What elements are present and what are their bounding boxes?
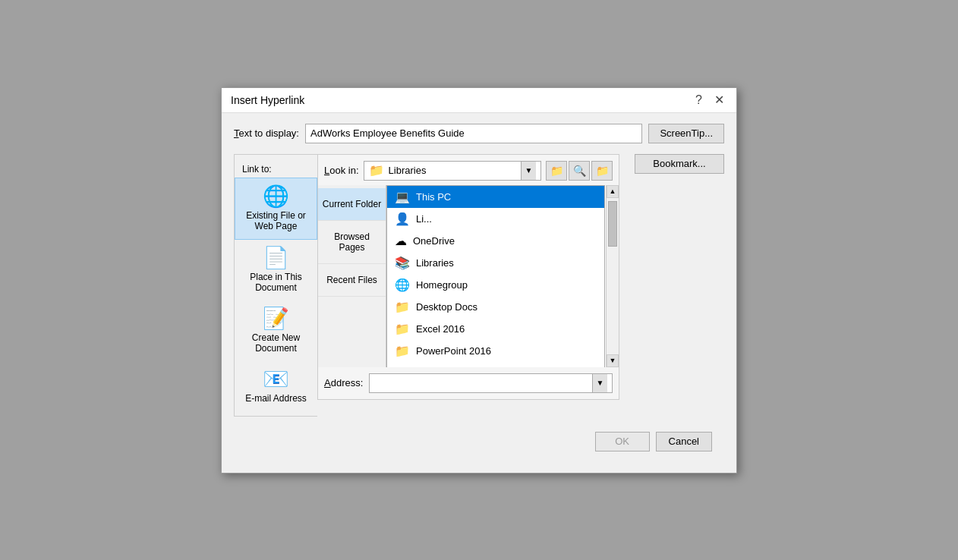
title-bar-controls: ? ✕	[692, 94, 727, 106]
look-in-folder-icon: 📁	[369, 163, 384, 178]
homegroup-icon: 🌐	[395, 278, 410, 292]
word-2016-icon: 📁	[395, 366, 410, 367]
powerpoint-2016-label: PowerPoint 2016	[416, 345, 491, 357]
sidebar-recent-files[interactable]: Recent Files	[318, 264, 386, 297]
ok-button[interactable]: OK	[595, 432, 650, 451]
nav-item-create-new[interactable]: 📝 Create New Document	[235, 300, 317, 361]
main-section: Link to: 🌐 Existing File or Web Page 📄 P…	[234, 154, 724, 417]
nav-item-existing-file[interactable]: 🌐 Existing File or Web Page	[235, 178, 317, 240]
powerpoint-2016-icon: 📁	[395, 344, 410, 358]
right-action-buttons: Bookmark...	[626, 154, 724, 400]
this-pc-label: This PC	[416, 191, 451, 203]
scroll-track	[607, 198, 619, 354]
close-button[interactable]: ✕	[711, 94, 727, 106]
dropdown-item-libraries[interactable]: 📚 Libraries	[387, 252, 604, 274]
file-list-area: 💻 This PC 👤 Li... ☁ On	[386, 185, 619, 367]
homegroup-label: Homegroup	[416, 279, 468, 291]
address-dropdown-btn[interactable]: ▼	[592, 374, 607, 392]
dropdown-item-excel-2016[interactable]: 📁 Excel 2016	[387, 318, 604, 340]
right-content: Look in: 📁 Libraries ▼ 📁 🔍 📁	[317, 154, 724, 417]
desktop-docs-icon: 📁	[395, 300, 410, 314]
this-pc-icon: 💻	[395, 190, 410, 204]
browsed-pages-label: Browsed Pages	[334, 231, 370, 253]
nav-item-email-address-label: E-mail Address	[245, 393, 307, 404]
dropdown-list: 💻 This PC 👤 Li... ☁ On	[386, 185, 605, 367]
sidebar-nav: Current Folder Browsed Pages Recent File…	[318, 185, 386, 367]
recent-files-label: Recent Files	[326, 275, 377, 285]
address-combo[interactable]: ▼	[369, 373, 613, 393]
address-label: Address:	[324, 377, 363, 389]
look-in-value: Libraries	[389, 165, 516, 176]
file-panel: Look in: 📁 Libraries ▼ 📁 🔍 📁	[317, 154, 619, 400]
dropdown-item-desktop-docs[interactable]: 📁 Desktop Docs	[387, 296, 604, 318]
nav-item-email-address[interactable]: 📧 E-mail Address	[235, 361, 317, 411]
toolbar-newfolder-btn[interactable]: 📁	[591, 161, 613, 181]
current-folder-label: Current Folder	[323, 199, 381, 209]
dropdown-item-homegroup[interactable]: 🌐 Homegroup	[387, 274, 604, 296]
dialog-body: Text to display: ScreenTip... Link to: 🌐…	[222, 113, 736, 473]
onedrive-label: OneDrive	[413, 235, 455, 247]
libraries-label: Libraries	[416, 257, 454, 269]
onedrive-icon: ☁	[395, 234, 407, 248]
nav-item-place-in-doc[interactable]: 📄 Place in This Document	[235, 240, 317, 300]
dropdown-item-this-pc[interactable]: 💻 This PC	[387, 186, 604, 208]
libraries-user-label: Li...	[416, 213, 432, 225]
toolbar-icons: 📁 🔍 📁	[546, 161, 613, 181]
dropdown-item-word-2016[interactable]: 📁 Word 2016	[387, 362, 604, 367]
look-in-label: Look in:	[324, 165, 359, 176]
address-row: Address: ▼	[318, 367, 619, 399]
excel-2016-label: Excel 2016	[416, 323, 465, 335]
scroll-thumb[interactable]	[608, 201, 617, 247]
scroll-up-btn[interactable]: ▲	[607, 185, 619, 198]
vertical-scrollbar[interactable]: ▲ ▼	[606, 185, 619, 367]
cancel-button[interactable]: Cancel	[656, 432, 712, 451]
dropdown-item-powerpoint-2016[interactable]: 📁 PowerPoint 2016	[387, 340, 604, 362]
create-new-icon: 📝	[263, 308, 289, 329]
email-address-icon: 📧	[263, 369, 289, 390]
bottom-buttons: OK Cancel	[234, 424, 724, 462]
desktop-docs-label: Desktop Docs	[416, 301, 477, 313]
place-in-doc-icon: 📄	[263, 247, 289, 269]
text-display-input[interactable]	[305, 124, 642, 143]
title-bar: Insert Hyperlink ? ✕	[222, 88, 736, 113]
link-to-label: Link to:	[235, 159, 317, 178]
text-display-row: Text to display: ScreenTip...	[234, 124, 724, 143]
scroll-down-btn[interactable]: ▼	[607, 354, 619, 367]
panel-and-buttons: Look in: 📁 Libraries ▼ 📁 🔍 📁	[317, 154, 724, 400]
nav-item-existing-file-label: Existing File or Web Page	[240, 210, 312, 231]
nav-item-place-in-doc-label: Place in This Document	[239, 272, 313, 293]
help-button[interactable]: ?	[692, 94, 705, 106]
nav-item-create-new-label: Create New Document	[239, 332, 313, 354]
screentip-button[interactable]: ScreenTip...	[648, 124, 724, 143]
toolbar-back-btn[interactable]: 📁	[546, 161, 567, 181]
look-in-dropdown-btn[interactable]: ▼	[521, 162, 536, 180]
dialog-title: Insert Hyperlink	[231, 94, 304, 106]
dropdown-item-libraries-user[interactable]: 👤 Li...	[387, 208, 604, 230]
sidebar-current-folder[interactable]: Current Folder	[318, 188, 386, 221]
libraries-icon: 📚	[395, 256, 410, 270]
bookmark-button[interactable]: Bookmark...	[635, 154, 724, 174]
excel-2016-icon: 📁	[395, 322, 410, 336]
insert-hyperlink-dialog: Insert Hyperlink ? ✕ Text to display: Sc…	[221, 87, 737, 473]
left-nav: Link to: 🌐 Existing File or Web Page 📄 P…	[234, 154, 317, 417]
dropdown-item-onedrive[interactable]: ☁ OneDrive	[387, 230, 604, 252]
panel-content: Current Folder Browsed Pages Recent File…	[318, 185, 619, 367]
look-in-combo[interactable]: 📁 Libraries ▼	[364, 161, 541, 181]
toolbar-search-btn[interactable]: 🔍	[569, 161, 590, 181]
libraries-user-icon: 👤	[395, 212, 410, 226]
look-in-row: Look in: 📁 Libraries ▼ 📁 🔍 📁	[318, 155, 619, 185]
existing-file-icon: 🌐	[263, 186, 289, 207]
text-display-label: Text to display:	[234, 127, 299, 139]
sidebar-browsed-pages[interactable]: Browsed Pages	[318, 221, 386, 264]
